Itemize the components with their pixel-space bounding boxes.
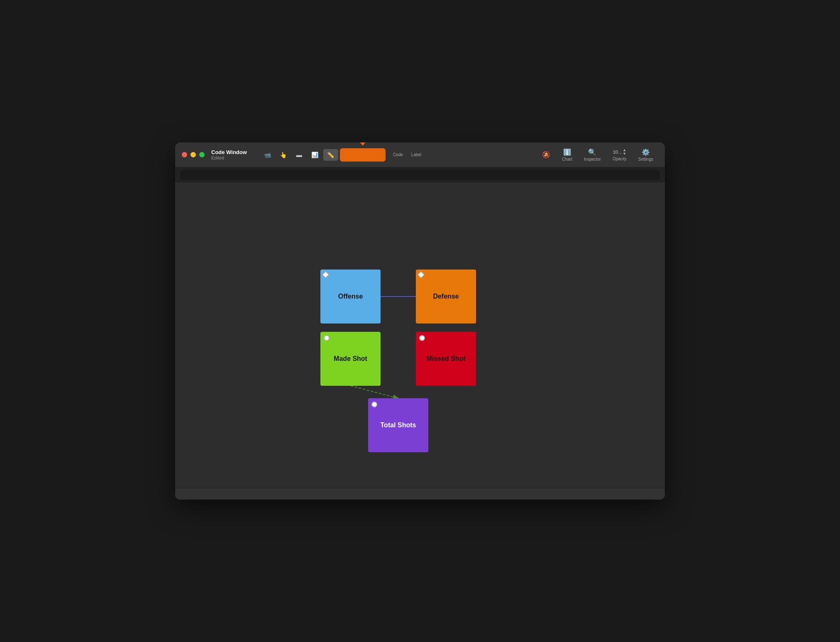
camera-icon: 📹 [264,152,271,158]
arrow-indicator [355,142,370,146]
mute-icon: 🔕 [542,151,550,159]
total-shots-node[interactable]: Total Shots [368,398,428,452]
cursor-mode-btn[interactable]: 👆 [276,149,291,161]
missed-shot-handle[interactable] [419,335,425,341]
inspector-btn[interactable]: 🔍 Inspector [579,147,606,163]
minimize-button[interactable] [190,152,196,157]
opacity-label: Opacity [613,157,627,161]
opacity-stepper[interactable]: 10... ▲ ▼ [613,148,626,156]
box-icon: ▬ [296,152,302,158]
chart-btn[interactable]: ℹ️ Chart [557,147,577,163]
defense-label: Defense [433,293,459,300]
made-shot-node[interactable]: Made Shot [320,332,381,386]
mute-btn[interactable]: 🔕 [537,149,555,160]
settings-btn[interactable]: ⚙️ Settings [633,147,658,163]
missed-shot-node[interactable]: Missed Shot [416,332,476,386]
chart-mode-btn[interactable]: 📊 [308,149,322,161]
made-shot-label: Made Shot [334,355,367,363]
defense-handle[interactable] [417,271,425,278]
stepper-down-icon[interactable]: ▼ [623,152,626,156]
titlebar: Code Window Edited 📹 👆 ▬ 📊 ✏️ [175,142,665,167]
barchart-icon: 📊 [311,152,318,158]
pencil-mode-btn[interactable]: ✏️ [323,149,338,161]
total-shots-label: Total Shots [381,421,416,429]
orange-mode-btn[interactable] [340,148,386,162]
code-tab-btn[interactable]: Code [389,151,407,159]
offense-label: Offense [338,293,363,300]
window-title-group: Code Window Edited [211,149,247,160]
window-subtitle: Edited [211,155,247,160]
searchbar [175,167,665,182]
chart-icon: ℹ️ [563,148,571,156]
missed-shot-label: Missed Shot [426,355,465,363]
settings-label: Settings [638,157,653,162]
defense-node[interactable]: Defense [416,270,476,323]
settings-icon: ⚙️ [642,148,650,156]
maximize-button[interactable] [199,152,205,157]
opacity-value: 10... [613,149,622,154]
code-label: Code [393,152,403,157]
made-shot-handle[interactable] [324,335,330,341]
pencil-icon: ✏️ [327,152,334,158]
inspector-icon: 🔍 [588,148,596,156]
edit-mode-group: 📹 👆 ▬ 📊 ✏️ [260,149,338,161]
offense-handle[interactable] [322,271,329,278]
close-button[interactable] [182,152,187,157]
canvas[interactable]: Offense Defense Made Shot Missed Shot To… [175,182,665,488]
total-shots-handle[interactable] [371,402,377,407]
camera-mode-btn[interactable]: 📹 [260,149,275,161]
svg-line-1 [351,386,398,398]
window-title: Code Window [211,149,247,155]
main-window: Code Window Edited 📹 👆 ▬ 📊 ✏️ [175,142,665,500]
inspector-btn-label: Inspector [584,157,601,162]
traffic-lights [182,152,205,157]
bottombar [175,488,665,500]
search-input[interactable] [180,170,660,180]
label-tab-btn[interactable]: Label [407,151,425,159]
stepper-arrows[interactable]: ▲ ▼ [623,148,626,156]
right-toolbar: 🔕 ℹ️ Chart 🔍 Inspector 10... ▲ ▼ [537,147,658,163]
opacity-btn[interactable]: 10... ▲ ▼ Opacity [608,147,632,163]
box-mode-btn[interactable]: ▬ [292,149,307,161]
chart-btn-label: Chart [562,157,572,162]
cursor-icon: 👆 [280,152,287,158]
offense-node[interactable]: Offense [320,270,381,323]
label-tab-label: Label [411,152,421,157]
